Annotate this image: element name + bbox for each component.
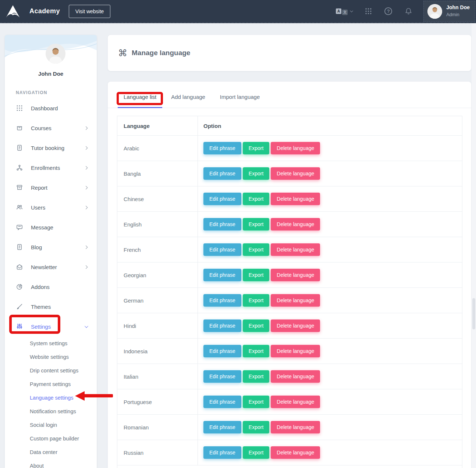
edit-phrase-button[interactable]: Edit phrase xyxy=(203,218,241,231)
sidebar-item-enrollments[interactable]: Enrollments xyxy=(5,158,97,178)
language-name: Georgian xyxy=(117,262,198,287)
language-manager-card: Language list Add language Import langua… xyxy=(108,82,471,468)
submenu-language-settings[interactable]: Language settings xyxy=(5,391,97,404)
addons-icon xyxy=(16,283,23,290)
users-icon xyxy=(16,204,23,211)
delete-language-button[interactable]: Delete language xyxy=(271,269,320,281)
column-header-option: Option xyxy=(198,116,462,135)
language-table: Language Option Arabic Edit phrase Expor… xyxy=(117,116,462,468)
language-name: Chinese xyxy=(117,186,198,211)
apps-grid-icon[interactable] xyxy=(365,8,372,15)
sidebar-item-dashboard[interactable]: Dashboard xyxy=(5,98,97,118)
sidebar-item-blog[interactable]: Blog xyxy=(5,237,97,257)
academy-logo-icon[interactable] xyxy=(5,5,21,18)
delete-language-button[interactable]: Delete language xyxy=(271,396,320,408)
language-switcher[interactable]: A 文 xyxy=(336,8,352,14)
export-button[interactable]: Export xyxy=(243,396,269,408)
submenu-drip-content-settings[interactable]: Drip content settings xyxy=(5,364,97,377)
help-icon[interactable]: ? xyxy=(384,7,392,15)
translate-icon: A xyxy=(336,8,341,14)
courses-icon xyxy=(16,125,23,131)
edit-phrase-button[interactable]: Edit phrase xyxy=(203,446,241,459)
submenu-notification-settings[interactable]: Notification settings xyxy=(5,404,97,418)
language-name: Bangla xyxy=(117,161,198,186)
delete-language-button[interactable]: Delete language xyxy=(271,446,320,459)
sidebar-item-themes[interactable]: Themes xyxy=(5,297,97,317)
chevron-right-icon xyxy=(84,206,88,209)
submenu-data-center[interactable]: Data center xyxy=(5,445,97,459)
report-icon xyxy=(16,184,23,191)
chevron-right-icon xyxy=(84,186,88,189)
sidebar-item-settings[interactable]: Settings xyxy=(5,317,97,336)
table-row-partial xyxy=(117,465,462,468)
enrollments-icon xyxy=(16,164,23,171)
edit-phrase-button[interactable]: Edit phrase xyxy=(203,396,241,408)
tab-add-language[interactable]: Add language xyxy=(165,94,211,108)
export-button[interactable]: Export xyxy=(243,167,269,180)
delete-language-button[interactable]: Delete language xyxy=(271,193,320,205)
sidebar-item-addons[interactable]: Addons xyxy=(5,277,97,297)
sidebar-item-message[interactable]: Message xyxy=(5,217,97,237)
sidebar-item-report[interactable]: Report xyxy=(5,178,97,197)
settings-sliders-icon xyxy=(16,323,23,330)
delete-language-button[interactable]: Delete language xyxy=(271,294,320,307)
edit-phrase-button[interactable]: Edit phrase xyxy=(203,319,241,332)
scrollbar-thumb[interactable] xyxy=(472,298,475,329)
edit-phrase-button[interactable]: Edit phrase xyxy=(203,142,241,154)
chevron-right-icon xyxy=(84,126,88,130)
sidebar-item-tutor-booking[interactable]: Tutor booking xyxy=(5,138,97,158)
submenu-website-settings[interactable]: Website settings xyxy=(5,350,97,364)
navigation-section-label: NAVIGATION xyxy=(16,90,47,95)
edit-phrase-button[interactable]: Edit phrase xyxy=(203,370,241,383)
export-button[interactable]: Export xyxy=(243,370,269,383)
delete-language-button[interactable]: Delete language xyxy=(271,370,320,383)
delete-language-button[interactable]: Delete language xyxy=(271,421,320,433)
submenu-about[interactable]: About xyxy=(5,459,97,468)
table-row: Indonesia Edit phrase Export Delete lang… xyxy=(117,338,462,364)
user-menu[interactable]: John Doe Admin xyxy=(423,1,475,22)
export-button[interactable]: Export xyxy=(243,142,269,154)
sidebar-item-courses[interactable]: Courses xyxy=(5,118,97,138)
sidebar-item-users[interactable]: Users xyxy=(5,197,97,217)
visit-website-button[interactable]: Visit website xyxy=(69,5,111,18)
table-row: Portuguese Edit phrase Export Delete lan… xyxy=(117,389,462,414)
delete-language-button[interactable]: Delete language xyxy=(271,142,320,154)
chevron-right-icon xyxy=(84,146,88,150)
export-button[interactable]: Export xyxy=(243,446,269,459)
edit-phrase-button[interactable]: Edit phrase xyxy=(203,345,241,357)
delete-language-button[interactable]: Delete language xyxy=(271,167,320,180)
delete-language-button[interactable]: Delete language xyxy=(271,345,320,357)
newsletter-icon xyxy=(16,264,23,270)
delete-language-button[interactable]: Delete language xyxy=(271,319,320,332)
export-button[interactable]: Export xyxy=(243,193,269,205)
settings-submenu: System settings Website settings Drip co… xyxy=(5,336,97,468)
submenu-payment-settings[interactable]: Payment settings xyxy=(5,377,97,391)
export-button[interactable]: Export xyxy=(243,421,269,433)
edit-phrase-button[interactable]: Edit phrase xyxy=(203,193,241,205)
tab-language-list[interactable]: Language list xyxy=(118,94,162,108)
notifications-bell-icon[interactable] xyxy=(405,7,412,15)
edit-phrase-button[interactable]: Edit phrase xyxy=(203,167,241,180)
export-button[interactable]: Export xyxy=(243,269,269,281)
edit-phrase-button[interactable]: Edit phrase xyxy=(203,421,241,433)
export-button[interactable]: Export xyxy=(243,319,269,332)
chevron-right-icon xyxy=(84,265,88,269)
submenu-custom-page-builder[interactable]: Custom page builder xyxy=(5,432,97,445)
export-button[interactable]: Export xyxy=(243,345,269,357)
themes-icon xyxy=(16,303,23,310)
sidebar-item-newsletter[interactable]: Newsletter xyxy=(5,257,97,277)
delete-language-button[interactable]: Delete language xyxy=(271,243,320,256)
sidebar: John Doe NAVIGATION Dashboard Courses xyxy=(5,35,97,468)
delete-language-button[interactable]: Delete language xyxy=(271,218,320,231)
submenu-social-login[interactable]: Social login xyxy=(5,418,97,432)
tab-import-language[interactable]: Import language xyxy=(214,94,266,108)
export-button[interactable]: Export xyxy=(243,218,269,231)
edit-phrase-button[interactable]: Edit phrase xyxy=(203,294,241,307)
chevron-right-icon xyxy=(84,166,88,169)
export-button[interactable]: Export xyxy=(243,294,269,307)
submenu-system-settings[interactable]: System settings xyxy=(5,336,97,350)
edit-phrase-button[interactable]: Edit phrase xyxy=(203,243,241,256)
export-button[interactable]: Export xyxy=(243,243,269,256)
edit-phrase-button[interactable]: Edit phrase xyxy=(203,269,241,281)
language-name: Romanian xyxy=(117,415,198,440)
